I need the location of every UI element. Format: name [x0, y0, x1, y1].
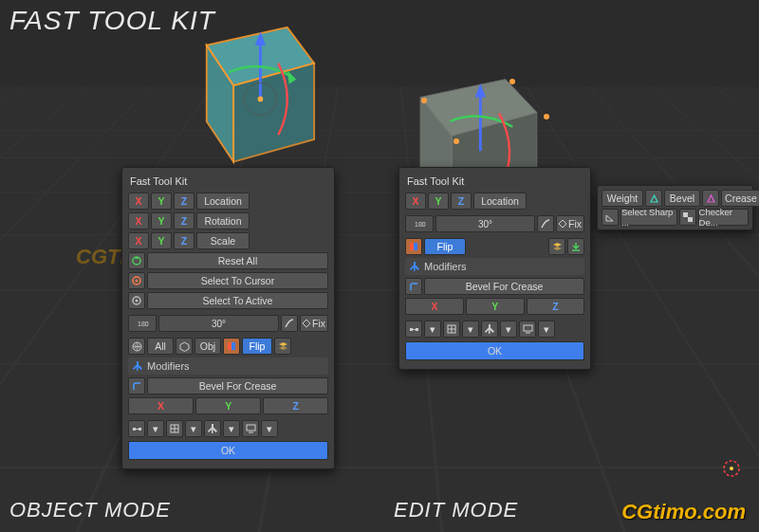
x-button[interactable]: X [128, 212, 149, 229]
y-button[interactable]: Y [151, 193, 172, 210]
angle-value[interactable]: 30° [435, 215, 535, 232]
globe-icon[interactable] [128, 338, 145, 355]
mod-z-button[interactable]: Z [527, 298, 584, 315]
angle-icon[interactable] [602, 209, 619, 226]
wrench-small-icon[interactable] [481, 321, 498, 338]
svg-text:180: 180 [138, 321, 149, 327]
checker-icon[interactable] [679, 209, 696, 226]
modifiers-header[interactable]: Modifiers [128, 358, 328, 375]
monitor-icon[interactable] [519, 321, 536, 338]
svg-marker-35 [559, 220, 566, 228]
y-button[interactable]: Y [151, 232, 172, 249]
angle-field-icon[interactable]: 180 [405, 215, 434, 232]
dropdown-icon[interactable]: ▾ [424, 321, 441, 338]
mod-y-button[interactable]: Y [466, 298, 525, 315]
ok-button[interactable]: OK [128, 441, 328, 460]
monitor-icon[interactable] [242, 420, 259, 437]
dropdown-icon[interactable]: ▾ [500, 321, 517, 338]
svg-marker-21 [180, 342, 189, 352]
select-to-active-button[interactable]: Select To Active [147, 292, 328, 309]
svg-marker-38 [553, 243, 562, 247]
reset-icon[interactable] [128, 252, 145, 269]
panel-title: Fast Tool Kit [128, 174, 328, 193]
weight-button[interactable]: Weight [602, 190, 643, 207]
stack-icon[interactable] [548, 238, 565, 255]
bevel-icon[interactable] [405, 278, 422, 295]
fix-button[interactable]: Fix [300, 315, 328, 332]
dropdown-icon[interactable]: ▾ [261, 420, 278, 437]
grid-icon[interactable] [166, 420, 183, 437]
ok-button[interactable]: OK [405, 341, 584, 360]
svg-rect-22 [228, 342, 231, 350]
edit-mode-label: EDIT MODE [394, 498, 518, 523]
x-button[interactable]: X [128, 193, 149, 210]
scale-row: X Y Z Scale [128, 232, 328, 249]
dropdown-icon[interactable]: ▾ [147, 420, 164, 437]
svg-marker-25 [279, 346, 287, 350]
mod-x-button[interactable]: X [128, 397, 194, 414]
dropdown-icon[interactable]: ▾ [462, 321, 479, 338]
flip-icon[interactable] [223, 338, 240, 355]
flip-icon[interactable] [405, 238, 422, 255]
flip-button[interactable]: Flip [242, 338, 272, 355]
all-button[interactable]: All [147, 338, 174, 355]
mod-x-button[interactable]: X [405, 298, 464, 315]
select-sharp-button[interactable]: Select Sharp ... [620, 209, 677, 226]
angle-value[interactable]: 30° [158, 315, 279, 332]
mod-z-button[interactable]: Z [263, 397, 328, 414]
svg-point-15 [136, 280, 139, 283]
z-button[interactable]: Z [174, 232, 194, 249]
fix-button[interactable]: Fix [556, 215, 584, 232]
wrench-icon [410, 262, 419, 271]
x-button[interactable]: X [405, 193, 426, 210]
stack-icon[interactable] [274, 338, 291, 355]
checker-deselect-button[interactable]: Checker De... [698, 209, 749, 226]
crease-button[interactable]: Crease [721, 190, 759, 207]
title-text: FAST TOOL KIT [9, 6, 215, 36]
bevel-for-crease-button[interactable]: Bevel For Crease [424, 278, 584, 295]
scale-button[interactable]: Scale [196, 232, 250, 249]
bevel-button[interactable]: Bevel [664, 190, 700, 207]
cube-icon[interactable] [176, 338, 193, 355]
angle-field-icon[interactable]: 180 [128, 315, 157, 332]
curve-icon[interactable] [537, 215, 554, 232]
grid-icon[interactable] [443, 321, 460, 338]
svg-rect-26 [133, 428, 136, 431]
crease-tri-icon[interactable] [702, 190, 719, 207]
download-icon[interactable] [567, 238, 584, 255]
mesh-icon[interactable] [128, 420, 145, 437]
modifiers-header[interactable]: Modifiers [405, 258, 584, 275]
z-button[interactable]: Z [174, 193, 194, 210]
mod-y-button[interactable]: Y [195, 397, 261, 414]
rotation-button[interactable]: Rotation [196, 212, 250, 229]
active-icon[interactable] [128, 292, 145, 309]
dropdown-icon[interactable]: ▾ [538, 321, 555, 338]
location-button[interactable]: Location [473, 193, 527, 210]
bevel-icon[interactable] [128, 377, 145, 394]
flip-button[interactable]: Flip [424, 238, 466, 255]
obj-button[interactable]: Obj [194, 338, 221, 355]
panel-title: Fast Tool Kit [405, 174, 584, 193]
svg-rect-37 [414, 243, 417, 250]
z-button[interactable]: Z [174, 212, 194, 229]
target-marker-icon [721, 458, 742, 479]
location-button[interactable]: Location [196, 193, 250, 210]
select-to-cursor-button[interactable]: Select To Cursor [147, 272, 328, 289]
mesh-icon[interactable] [405, 321, 422, 338]
svg-rect-32 [247, 425, 255, 431]
x-button[interactable]: X [128, 232, 149, 249]
modifiers-label: Modifiers [424, 261, 467, 272]
reset-all-button[interactable]: Reset All [147, 252, 328, 269]
edit-panel: Fast Tool Kit X Y Z Location 180 30° Fix… [398, 167, 591, 370]
y-button[interactable]: Y [151, 212, 172, 229]
wrench-small-icon[interactable] [204, 420, 221, 437]
dropdown-icon[interactable]: ▾ [223, 420, 240, 437]
curve-icon[interactable] [281, 315, 298, 332]
dropdown-icon[interactable]: ▾ [185, 420, 202, 437]
bevel-for-crease-button[interactable]: Bevel For Crease [147, 377, 328, 394]
cursor-icon[interactable] [128, 272, 145, 289]
z-button[interactable]: Z [451, 193, 472, 210]
wrench-icon [133, 361, 142, 371]
y-button[interactable]: Y [428, 193, 449, 210]
bevel-tri-icon[interactable] [645, 190, 662, 207]
